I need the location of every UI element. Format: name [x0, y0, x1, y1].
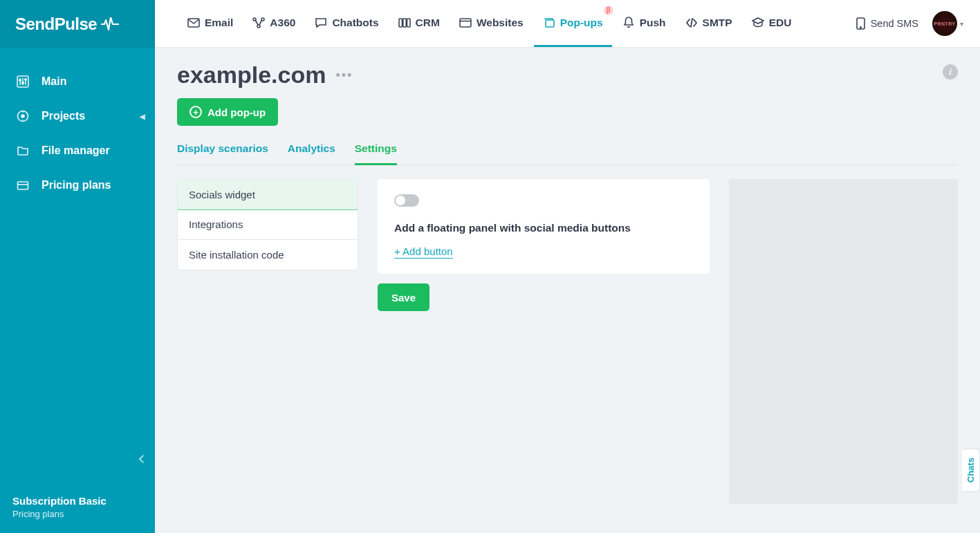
sidebar-item-label: File manager	[41, 144, 110, 157]
settings-panel-column: Add a floating panel with social media b…	[378, 179, 710, 311]
socials-heading: Add a floating panel with social media b…	[394, 222, 693, 234]
avatar: PRNTRY	[932, 11, 957, 36]
sidebar-item-projects[interactable]: Projects ◀	[0, 99, 155, 133]
bell-icon	[622, 17, 635, 29]
beta-badge: β	[604, 6, 613, 15]
svg-point-3	[25, 79, 27, 81]
svg-point-17	[860, 27, 861, 28]
topnav-label: Email	[205, 17, 233, 29]
topbar: Email A360 Chatbots CRM Websites Pop-ups	[155, 0, 980, 48]
save-button[interactable]: Save	[378, 283, 429, 311]
chats-side-tab[interactable]: Chats	[962, 449, 980, 492]
topnav-item-email[interactable]: Email	[178, 0, 242, 47]
preview-pane	[729, 179, 958, 504]
flow-icon	[252, 17, 265, 29]
chevron-left-icon	[138, 455, 145, 463]
sidebar-item-file-manager[interactable]: File manager	[0, 133, 155, 168]
topnav-label: CRM	[416, 17, 440, 29]
tab-display-scenarios[interactable]: Display scenarios	[177, 142, 268, 165]
top-nav: Email A360 Chatbots CRM Websites Pop-ups	[178, 0, 800, 47]
svg-rect-15	[546, 20, 554, 27]
svg-point-8	[253, 18, 256, 21]
card-icon	[15, 178, 30, 193]
columns-icon	[398, 17, 411, 29]
browser-icon	[459, 17, 472, 29]
svg-rect-14	[460, 19, 471, 27]
sidebar-nav: Main Projects ◀ File manager Pricing pla…	[0, 48, 155, 495]
svg-rect-6	[18, 182, 28, 189]
sliders-icon	[15, 74, 30, 89]
settings-nav-install-code[interactable]: Site installation code	[178, 240, 358, 270]
svg-rect-12	[403, 19, 406, 27]
page-title: example.com	[177, 62, 326, 88]
topnav-label: A360	[270, 17, 295, 29]
socials-toggle[interactable]	[394, 194, 419, 207]
folder-icon	[15, 143, 30, 158]
sidebar-item-label: Main	[41, 75, 66, 88]
settings-nav: Socials widget Integrations Site install…	[177, 179, 358, 270]
pricing-link[interactable]: Pricing plans	[12, 509, 142, 519]
send-sms-label: Send SMS	[871, 18, 918, 29]
info-icon[interactable]: i	[943, 64, 958, 80]
sidebar-collapse-button[interactable]	[134, 451, 149, 467]
subscription-label: Subscription Basic	[12, 495, 142, 507]
topnav-item-edu[interactable]: EDU	[743, 0, 801, 47]
sidebar-item-label: Pricing plans	[41, 179, 111, 191]
sidebar-item-main[interactable]: Main	[0, 64, 155, 99]
add-popup-label: Add pop-up	[207, 106, 266, 118]
tab-analytics[interactable]: Analytics	[288, 142, 335, 165]
socials-widget-card: Add a floating panel with social media b…	[378, 179, 710, 274]
topnav-item-smtp[interactable]: SMTP	[676, 0, 741, 47]
topnav-label: Websites	[477, 17, 524, 29]
target-icon	[15, 109, 30, 124]
caret-down-icon: ▾	[960, 20, 963, 28]
sidebar-item-label: Projects	[41, 110, 85, 122]
sidebar-item-pricing[interactable]: Pricing plans	[0, 168, 155, 203]
topnav-item-push[interactable]: Push	[613, 0, 675, 47]
chat-icon	[315, 17, 327, 29]
subscription-footer: Subscription Basic Pricing plans	[0, 495, 155, 533]
svg-point-10	[257, 25, 260, 28]
svg-point-2	[22, 82, 24, 84]
topnav-item-a360[interactable]: A360	[243, 0, 304, 47]
topnav-label: Pop-ups	[560, 17, 603, 29]
pulse-icon	[101, 17, 119, 31]
phone-icon	[856, 17, 865, 30]
settings-row: Socials widget Integrations Site install…	[177, 179, 958, 504]
topnav-item-websites[interactable]: Websites	[450, 0, 533, 47]
topnav-label: Chatbots	[332, 17, 378, 29]
layers-icon	[543, 17, 555, 29]
account-menu[interactable]: PRNTRY ▾	[932, 11, 963, 36]
topnav-item-popups[interactable]: Pop-ups β	[534, 0, 612, 47]
svg-point-1	[19, 80, 21, 82]
page-header: example.com •••	[177, 62, 958, 88]
topnav-item-crm[interactable]: CRM	[389, 0, 449, 47]
topnav-item-chatbots[interactable]: Chatbots	[306, 0, 387, 47]
svg-rect-11	[399, 19, 403, 27]
brand-logo[interactable]: SendPulse	[0, 0, 155, 48]
envelope-icon	[187, 17, 200, 29]
add-button-link[interactable]: + Add button	[394, 245, 453, 259]
sidebar: SendPulse Main Projects ◀ File manager	[0, 0, 155, 533]
chevron-left-icon: ◀	[140, 113, 145, 120]
svg-point-5	[21, 115, 24, 118]
svg-point-9	[261, 18, 264, 21]
svg-rect-13	[407, 19, 410, 27]
code-icon	[685, 17, 698, 29]
page-content: i example.com ••• + Add pop-up Display s…	[155, 48, 980, 533]
tab-settings[interactable]: Settings	[355, 142, 397, 165]
topnav-label: SMTP	[703, 17, 732, 29]
more-actions-button[interactable]: •••	[335, 68, 353, 82]
brand-name: SendPulse	[15, 15, 97, 34]
add-popup-button[interactable]: + Add pop-up	[177, 98, 278, 126]
send-sms-link[interactable]: Send SMS	[856, 17, 918, 30]
settings-nav-integrations[interactable]: Integrations	[178, 209, 358, 240]
settings-nav-socials[interactable]: Socials widget	[177, 179, 358, 210]
topnav-label: EDU	[769, 17, 792, 29]
topnav-label: Push	[640, 17, 666, 29]
main-area: Email A360 Chatbots CRM Websites Pop-ups	[155, 0, 980, 533]
plus-circle-icon: +	[189, 106, 202, 118]
graduation-icon	[752, 17, 764, 29]
page-tabs: Display scenarios Analytics Settings	[177, 142, 958, 165]
